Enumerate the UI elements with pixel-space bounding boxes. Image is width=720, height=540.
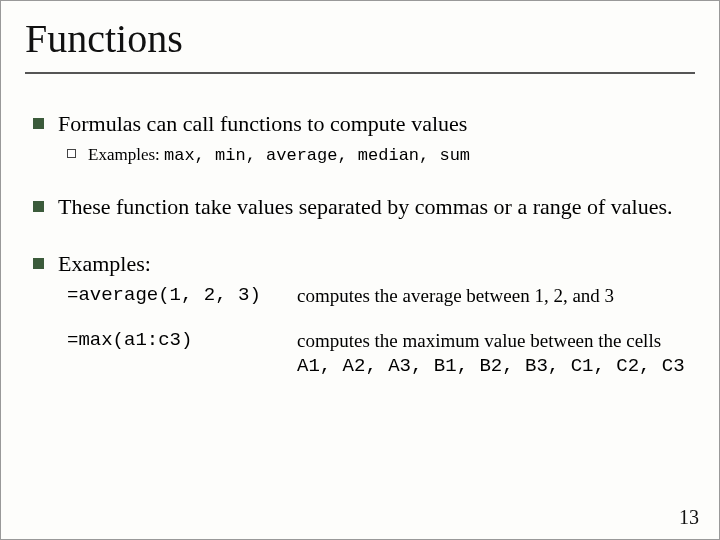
example-description: computes the maximum value between the c… bbox=[297, 329, 687, 379]
square-bullet-icon bbox=[33, 201, 44, 212]
example-desc-cells: A1, A2, A3, B1, B2, B3, C1, C2, C3 bbox=[297, 355, 685, 377]
bullet-item-3: Examples: bbox=[33, 250, 687, 278]
example-row-1: =average(1, 2, 3) computes the average b… bbox=[67, 284, 687, 308]
example-desc-prefix: computes the maximum value between the c… bbox=[297, 330, 661, 351]
bullet-item-2: These function take values separated by … bbox=[33, 193, 687, 221]
bullet-text: These function take values separated by … bbox=[58, 193, 687, 221]
example-row-2: =max(a1:c3) computes the maximum value b… bbox=[67, 329, 687, 379]
bullet-text: Formulas can call functions to compute v… bbox=[58, 110, 687, 138]
example-description: computes the average between 1, 2, and 3 bbox=[297, 284, 687, 308]
example-formula: =average(1, 2, 3) bbox=[67, 284, 297, 308]
sub-bullet-item-1: Examples: max, min, average, median, sum bbox=[67, 144, 687, 167]
spacer bbox=[33, 226, 687, 250]
slide-content: Formulas can call functions to compute v… bbox=[25, 110, 695, 379]
bullet-item-1: Formulas can call functions to compute v… bbox=[33, 110, 687, 138]
sub-bullet-text: Examples: max, min, average, median, sum bbox=[88, 144, 687, 167]
title-underline bbox=[25, 72, 695, 74]
square-bullet-icon bbox=[33, 258, 44, 269]
sub-bullet-mono: max, min, average, median, sum bbox=[164, 146, 470, 165]
page-number: 13 bbox=[679, 506, 699, 529]
slide: Functions Formulas can call functions to… bbox=[0, 0, 720, 540]
example-formula: =max(a1:c3) bbox=[67, 329, 297, 379]
square-bullet-icon bbox=[33, 118, 44, 129]
slide-title: Functions bbox=[25, 11, 695, 70]
hollow-square-bullet-icon bbox=[67, 149, 76, 158]
examples-table: =average(1, 2, 3) computes the average b… bbox=[67, 284, 687, 379]
bullet-text: Examples: bbox=[58, 250, 687, 278]
sub-bullet-prefix: Examples: bbox=[88, 145, 164, 164]
